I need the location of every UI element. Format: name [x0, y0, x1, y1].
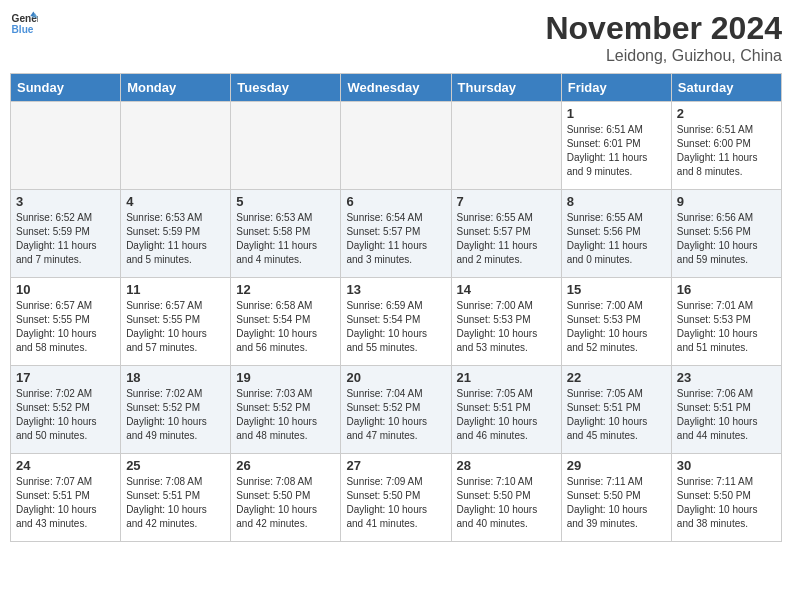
day-number: 30	[677, 458, 776, 473]
day-number: 22	[567, 370, 666, 385]
day-number: 29	[567, 458, 666, 473]
day-info: Sunrise: 7:10 AM Sunset: 5:50 PM Dayligh…	[457, 475, 556, 531]
day-number: 11	[126, 282, 225, 297]
calendar-cell: 12Sunrise: 6:58 AM Sunset: 5:54 PM Dayli…	[231, 278, 341, 366]
day-info: Sunrise: 6:51 AM Sunset: 6:01 PM Dayligh…	[567, 123, 666, 179]
logo: General Blue	[10, 10, 38, 38]
calendar-cell	[231, 102, 341, 190]
day-info: Sunrise: 6:51 AM Sunset: 6:00 PM Dayligh…	[677, 123, 776, 179]
day-info: Sunrise: 6:57 AM Sunset: 5:55 PM Dayligh…	[16, 299, 115, 355]
day-info: Sunrise: 7:01 AM Sunset: 5:53 PM Dayligh…	[677, 299, 776, 355]
day-info: Sunrise: 6:58 AM Sunset: 5:54 PM Dayligh…	[236, 299, 335, 355]
calendar-cell: 8Sunrise: 6:55 AM Sunset: 5:56 PM Daylig…	[561, 190, 671, 278]
day-number: 25	[126, 458, 225, 473]
calendar-cell: 22Sunrise: 7:05 AM Sunset: 5:51 PM Dayli…	[561, 366, 671, 454]
day-info: Sunrise: 6:59 AM Sunset: 5:54 PM Dayligh…	[346, 299, 445, 355]
month-title: November 2024	[545, 10, 782, 47]
day-number: 7	[457, 194, 556, 209]
page-header: General Blue November 2024 Leidong, Guiz…	[10, 10, 782, 65]
calendar-cell	[11, 102, 121, 190]
day-info: Sunrise: 6:55 AM Sunset: 5:57 PM Dayligh…	[457, 211, 556, 267]
day-info: Sunrise: 7:00 AM Sunset: 5:53 PM Dayligh…	[457, 299, 556, 355]
weekday-header-saturday: Saturday	[671, 74, 781, 102]
calendar-cell: 14Sunrise: 7:00 AM Sunset: 5:53 PM Dayli…	[451, 278, 561, 366]
day-number: 28	[457, 458, 556, 473]
day-info: Sunrise: 6:53 AM Sunset: 5:59 PM Dayligh…	[126, 211, 225, 267]
day-info: Sunrise: 6:56 AM Sunset: 5:56 PM Dayligh…	[677, 211, 776, 267]
week-row-3: 10Sunrise: 6:57 AM Sunset: 5:55 PM Dayli…	[11, 278, 782, 366]
calendar-cell: 4Sunrise: 6:53 AM Sunset: 5:59 PM Daylig…	[121, 190, 231, 278]
calendar-cell: 17Sunrise: 7:02 AM Sunset: 5:52 PM Dayli…	[11, 366, 121, 454]
weekday-header-monday: Monday	[121, 74, 231, 102]
day-number: 18	[126, 370, 225, 385]
calendar-cell	[121, 102, 231, 190]
day-number: 5	[236, 194, 335, 209]
weekday-header-tuesday: Tuesday	[231, 74, 341, 102]
calendar-cell: 2Sunrise: 6:51 AM Sunset: 6:00 PM Daylig…	[671, 102, 781, 190]
calendar-cell	[451, 102, 561, 190]
day-number: 3	[16, 194, 115, 209]
day-number: 1	[567, 106, 666, 121]
day-info: Sunrise: 7:05 AM Sunset: 5:51 PM Dayligh…	[457, 387, 556, 443]
weekday-header-wednesday: Wednesday	[341, 74, 451, 102]
day-info: Sunrise: 7:00 AM Sunset: 5:53 PM Dayligh…	[567, 299, 666, 355]
day-number: 17	[16, 370, 115, 385]
week-row-1: 1Sunrise: 6:51 AM Sunset: 6:01 PM Daylig…	[11, 102, 782, 190]
calendar-cell: 5Sunrise: 6:53 AM Sunset: 5:58 PM Daylig…	[231, 190, 341, 278]
day-info: Sunrise: 7:07 AM Sunset: 5:51 PM Dayligh…	[16, 475, 115, 531]
calendar-cell: 21Sunrise: 7:05 AM Sunset: 5:51 PM Dayli…	[451, 366, 561, 454]
day-number: 26	[236, 458, 335, 473]
day-number: 24	[16, 458, 115, 473]
week-row-2: 3Sunrise: 6:52 AM Sunset: 5:59 PM Daylig…	[11, 190, 782, 278]
day-number: 19	[236, 370, 335, 385]
day-number: 9	[677, 194, 776, 209]
day-number: 14	[457, 282, 556, 297]
day-info: Sunrise: 7:04 AM Sunset: 5:52 PM Dayligh…	[346, 387, 445, 443]
calendar-cell: 29Sunrise: 7:11 AM Sunset: 5:50 PM Dayli…	[561, 454, 671, 542]
week-row-5: 24Sunrise: 7:07 AM Sunset: 5:51 PM Dayli…	[11, 454, 782, 542]
day-info: Sunrise: 7:09 AM Sunset: 5:50 PM Dayligh…	[346, 475, 445, 531]
calendar-cell: 26Sunrise: 7:08 AM Sunset: 5:50 PM Dayli…	[231, 454, 341, 542]
calendar-cell: 15Sunrise: 7:00 AM Sunset: 5:53 PM Dayli…	[561, 278, 671, 366]
week-row-4: 17Sunrise: 7:02 AM Sunset: 5:52 PM Dayli…	[11, 366, 782, 454]
calendar-cell: 25Sunrise: 7:08 AM Sunset: 5:51 PM Dayli…	[121, 454, 231, 542]
day-number: 4	[126, 194, 225, 209]
calendar-cell: 9Sunrise: 6:56 AM Sunset: 5:56 PM Daylig…	[671, 190, 781, 278]
calendar-cell: 13Sunrise: 6:59 AM Sunset: 5:54 PM Dayli…	[341, 278, 451, 366]
day-number: 8	[567, 194, 666, 209]
day-number: 6	[346, 194, 445, 209]
calendar-cell: 23Sunrise: 7:06 AM Sunset: 5:51 PM Dayli…	[671, 366, 781, 454]
day-number: 20	[346, 370, 445, 385]
calendar-cell: 11Sunrise: 6:57 AM Sunset: 5:55 PM Dayli…	[121, 278, 231, 366]
calendar-cell: 18Sunrise: 7:02 AM Sunset: 5:52 PM Dayli…	[121, 366, 231, 454]
day-info: Sunrise: 6:52 AM Sunset: 5:59 PM Dayligh…	[16, 211, 115, 267]
day-info: Sunrise: 7:06 AM Sunset: 5:51 PM Dayligh…	[677, 387, 776, 443]
calendar-cell: 27Sunrise: 7:09 AM Sunset: 5:50 PM Dayli…	[341, 454, 451, 542]
calendar-cell: 24Sunrise: 7:07 AM Sunset: 5:51 PM Dayli…	[11, 454, 121, 542]
day-number: 10	[16, 282, 115, 297]
day-info: Sunrise: 7:08 AM Sunset: 5:51 PM Dayligh…	[126, 475, 225, 531]
calendar-cell: 20Sunrise: 7:04 AM Sunset: 5:52 PM Dayli…	[341, 366, 451, 454]
day-number: 13	[346, 282, 445, 297]
weekday-header-friday: Friday	[561, 74, 671, 102]
svg-text:Blue: Blue	[12, 24, 34, 35]
calendar-cell: 30Sunrise: 7:11 AM Sunset: 5:50 PM Dayli…	[671, 454, 781, 542]
calendar-cell: 10Sunrise: 6:57 AM Sunset: 5:55 PM Dayli…	[11, 278, 121, 366]
day-info: Sunrise: 7:11 AM Sunset: 5:50 PM Dayligh…	[677, 475, 776, 531]
calendar-cell: 19Sunrise: 7:03 AM Sunset: 5:52 PM Dayli…	[231, 366, 341, 454]
calendar-cell	[341, 102, 451, 190]
calendar-table: SundayMondayTuesdayWednesdayThursdayFrid…	[10, 73, 782, 542]
calendar-cell: 3Sunrise: 6:52 AM Sunset: 5:59 PM Daylig…	[11, 190, 121, 278]
day-number: 27	[346, 458, 445, 473]
day-info: Sunrise: 7:03 AM Sunset: 5:52 PM Dayligh…	[236, 387, 335, 443]
day-info: Sunrise: 6:54 AM Sunset: 5:57 PM Dayligh…	[346, 211, 445, 267]
day-info: Sunrise: 6:57 AM Sunset: 5:55 PM Dayligh…	[126, 299, 225, 355]
day-number: 16	[677, 282, 776, 297]
logo-icon: General Blue	[10, 10, 38, 38]
calendar-cell: 28Sunrise: 7:10 AM Sunset: 5:50 PM Dayli…	[451, 454, 561, 542]
weekday-header-row: SundayMondayTuesdayWednesdayThursdayFrid…	[11, 74, 782, 102]
weekday-header-thursday: Thursday	[451, 74, 561, 102]
day-info: Sunrise: 7:02 AM Sunset: 5:52 PM Dayligh…	[126, 387, 225, 443]
day-number: 21	[457, 370, 556, 385]
day-number: 15	[567, 282, 666, 297]
